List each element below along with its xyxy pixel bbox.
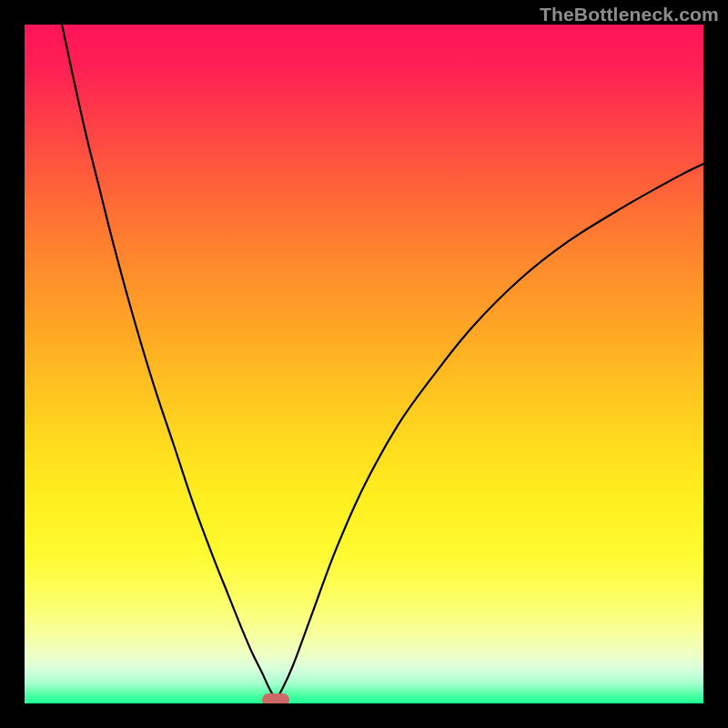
chart-frame: TheBottleneck.com [0, 0, 728, 728]
optimum-marker [262, 693, 289, 703]
plot-area [25, 25, 703, 703]
watermark-text: TheBottleneck.com [540, 4, 719, 25]
bottleneck-curve [25, 25, 703, 703]
